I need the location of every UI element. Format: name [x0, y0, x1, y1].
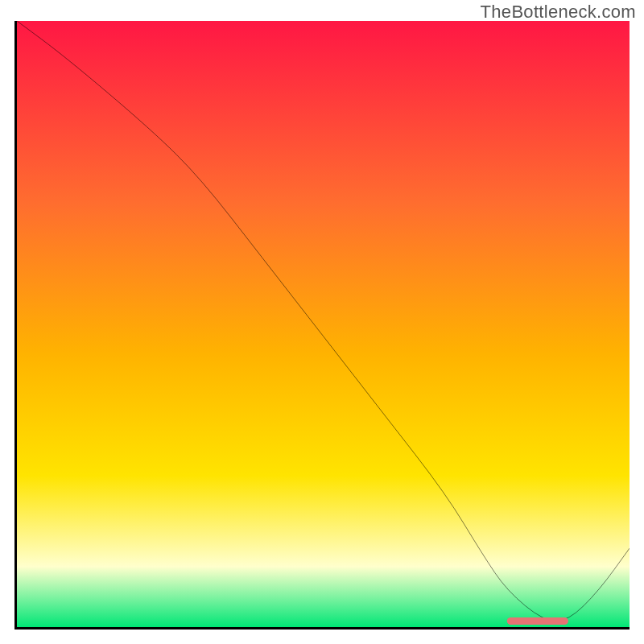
- watermark-text: TheBottleneck.com: [481, 2, 636, 23]
- bottleneck-curve: [17, 21, 630, 621]
- optimal-marker: [507, 617, 568, 625]
- plot-area: [14, 21, 630, 630]
- curve-layer: [17, 21, 630, 627]
- chart-container: TheBottleneck.com: [0, 0, 644, 644]
